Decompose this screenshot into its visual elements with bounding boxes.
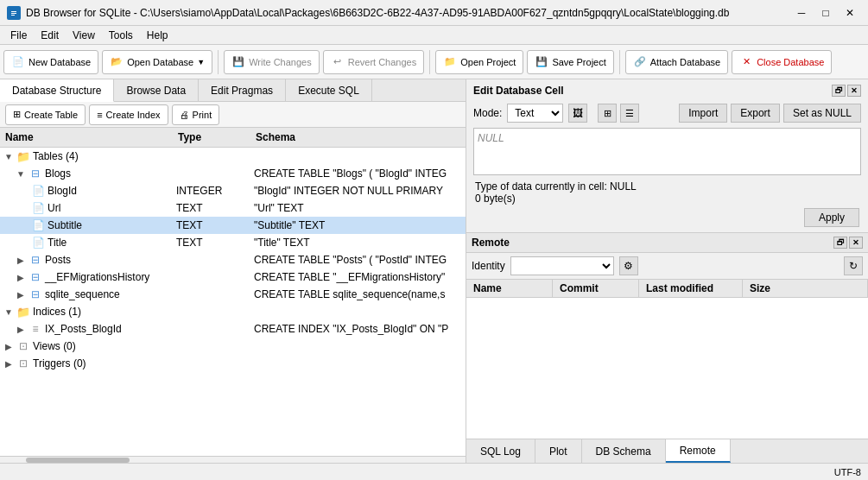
set-as-null-button[interactable]: Set as NULL [783,104,861,123]
tree-cell-triggers-name: ▶ ⊡ Triggers (0) [0,356,173,371]
tree-row-blogs[interactable]: ▼ ⊟ Blogs CREATE TABLE "Blogs" ( "BlogId… [0,165,466,182]
edit-cell-panel: Edit Database Cell 🗗 ✕ Mode: Text Binary… [466,79,868,233]
identity-select[interactable] [510,256,614,275]
write-changes-label: Write Changes [249,57,312,67]
tab-execute-sql[interactable]: Execute SQL [286,79,372,101]
horizontal-scrollbar[interactable] [0,456,466,463]
bottom-tab-sql-log[interactable]: SQL Log [466,439,535,463]
create-table-button[interactable]: ⊞ Create Table [5,104,86,125]
tab-browse-data[interactable]: Browse Data [114,79,199,101]
menu-help[interactable]: Help [140,28,175,43]
import-button[interactable]: Import [679,104,727,123]
bottom-tab-plot[interactable]: Plot [535,439,582,463]
remote-close-btn[interactable]: ✕ [849,237,863,249]
tree-row-efmigrations[interactable]: ▶ ⊟ __EFMigrationsHistory CREATE TABLE "… [0,268,466,286]
menu-tools[interactable]: Tools [102,28,140,43]
minimize-button[interactable]: ─ [790,3,813,22]
revert-changes-button[interactable]: ↩ Revert Changes [323,50,425,74]
tree-row-sqlite-sequence[interactable]: ▶ ⊟ sqlite_sequence CREATE TABLE sqlite_… [0,286,466,303]
main-tab-bar: Database Structure Browse Data Edit Prag… [0,79,466,102]
close-button[interactable]: ✕ [839,3,861,22]
new-database-button[interactable]: 📄 New Database [3,50,98,74]
null-text: NULL [478,132,504,144]
tree-cell-triggers-schema [250,363,466,364]
identity-action-btn[interactable]: ↻ [844,256,863,275]
header-type: Type [173,129,250,145]
folder-icon-tables: 📁 [16,149,30,163]
expand-indices[interactable]: ▼ [3,306,14,317]
field-icon-url: 📄 [31,201,45,215]
tree-row-posts[interactable]: ▶ ⊟ Posts CREATE TABLE "Posts" ( "PostId… [0,251,466,268]
create-table-label: Create Table [24,110,78,120]
expand-blogs[interactable]: ▼ [16,168,26,179]
expand-views[interactable]: ▶ [3,341,14,351]
write-changes-button[interactable]: 💾 Write Changes [224,50,320,74]
expand-sqlite-sequence[interactable]: ▶ [16,289,26,300]
tree-row-url[interactable]: 📄 Url TEXT "Url" TEXT [0,199,466,217]
identity-settings-btn[interactable]: ⚙ [619,256,638,275]
tree-cell-sqlite-sequence-type [173,294,250,295]
tab-database-structure[interactable]: Database Structure [0,79,114,102]
tree-cell-indices-name: ▼ 📁 Indices (1) [0,304,173,319]
bottom-tab-remote[interactable]: Remote [666,439,731,463]
open-database-button[interactable]: 📂 Open Database ▼ [102,50,212,74]
remote-title: Remote [472,237,510,249]
tree-cell-title-type: TEXT [173,236,250,249]
right-panel: Edit Database Cell 🗗 ✕ Mode: Text Binary… [466,79,868,463]
tree-cell-sqlite-sequence-schema: CREATE TABLE sqlite_sequence(name,s [250,287,466,301]
grid-button-2[interactable]: ☰ [620,104,639,123]
grid-button-1[interactable]: ⊞ [598,104,617,123]
tree-row-triggers[interactable]: ▶ ⊡ Triggers (0) [0,355,466,372]
menu-view[interactable]: View [66,28,102,43]
window-title: DB Browser for SQLite - C:\Users\siamo\A… [26,7,790,19]
tab-edit-pragmas[interactable]: Edit Pragmas [199,79,286,101]
apply-button[interactable]: Apply [804,208,859,227]
tree-cell-url-type: TEXT [173,201,250,215]
print-button[interactable]: 🖨 Print [172,104,220,125]
cell-content-area[interactable]: NULL [473,128,861,175]
scrollbar-thumb[interactable] [26,458,130,463]
expand-posts[interactable]: ▶ [16,255,26,265]
mode-image-button[interactable]: 🖼 [568,104,587,123]
remote-restore-btn[interactable]: 🗗 [833,237,847,249]
create-index-button[interactable]: ≡ Create Index [89,104,168,125]
expand-tables[interactable]: ▼ [3,151,14,161]
tree-cell-url-name: 📄 Url [0,200,173,216]
bottom-tab-db-schema[interactable]: DB Schema [582,439,666,463]
size-info: 0 byte(s) [475,193,859,205]
indices-label: Indices (1) [33,306,81,318]
menu-file[interactable]: File [3,28,34,43]
tree-view[interactable]: Name Type Schema ▼ 📁 Tables (4) ▼ ⊟ [0,128,466,456]
tree-cell-title-name: 📄 Title [0,235,173,250]
edit-cell-restore-btn[interactable]: 🗗 [832,85,846,97]
field-icon-subtitle: 📄 [31,218,45,232]
tree-row-blogid[interactable]: 📄 BlogId INTEGER "BlogId" INTEGER NOT NU… [0,182,466,199]
export-button[interactable]: Export [731,104,780,123]
expand-efmigrations[interactable]: ▶ [16,272,26,282]
maximize-button[interactable]: □ [814,3,837,22]
expand-triggers[interactable]: ▶ [3,358,14,369]
open-project-button[interactable]: 📁 Open Project [435,50,523,74]
tree-row-views[interactable]: ▶ ⊡ Views (0) [0,338,466,355]
tree-cell-sqlite-sequence-name: ▶ ⊟ sqlite_sequence [0,287,173,302]
tree-row-ix-posts-blogid[interactable]: ▶ ≡ IX_Posts_BlogId CREATE INDEX "IX_Pos… [0,320,466,338]
tree-cell-tables-name: ▼ 📁 Tables (4) [0,148,173,164]
edit-cell-close-btn[interactable]: ✕ [847,85,861,97]
tree-cell-url-schema: "Url" TEXT [250,201,466,215]
print-icon: 🖨 [180,110,189,120]
tree-row-tables[interactable]: ▼ 📁 Tables (4) [0,148,466,165]
tree-cell-ix-posts-blogid-name: ▶ ≡ IX_Posts_BlogId [0,321,173,337]
tree-cell-views-schema [250,345,466,347]
attach-database-button[interactable]: 🔗 Attach Database [625,50,728,74]
tree-row-title[interactable]: 📄 Title TEXT "Title" TEXT [0,234,466,251]
tree-row-subtitle[interactable]: 📄 Subtitle TEXT "Subtitle" TEXT [0,217,466,234]
tree-cell-ix-posts-blogid-type [173,328,250,330]
mode-select[interactable]: Text Binary Null [507,104,563,123]
expand-ix-posts-blogid[interactable]: ▶ [16,324,26,334]
remote-panel-controls: 🗗 ✕ [833,237,863,249]
close-database-button[interactable]: ✕ Close Database [732,50,832,74]
menu-edit[interactable]: Edit [34,28,66,43]
tree-row-indices[interactable]: ▼ 📁 Indices (1) [0,303,466,320]
tree-cell-subtitle-name: 📄 Subtitle [0,218,173,233]
save-project-button[interactable]: 💾 Save Project [527,50,613,74]
